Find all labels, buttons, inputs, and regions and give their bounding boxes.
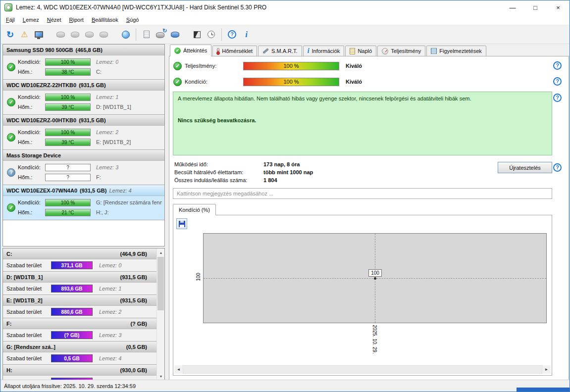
tab-smart[interactable]: S.M.A.R.T. (258, 46, 302, 56)
free-space-label: Szabad terület (6, 332, 51, 338)
disk-2-button[interactable] (68, 27, 82, 42)
chart-tab-condition[interactable]: Kondíció (%) (173, 204, 216, 215)
close-button[interactable]: × (547, 0, 570, 14)
partition-item-0[interactable]: C: (464,9 GB) Szabad terület 371,1 GB Le… (3, 248, 156, 272)
chart-scrollbar[interactable]: ◄ ► (174, 365, 551, 374)
disk-list-item-3[interactable]: Mass Storage Device ? Kondíció: ? Lemez:… (3, 150, 164, 185)
disks-button[interactable] (168, 27, 182, 42)
surface-test-button[interactable] (190, 27, 204, 42)
help-icon[interactable]: ? (553, 77, 562, 86)
partition-item-2[interactable]: E: [WD1TB_2] (931,5 GB) Szabad terület 8… (3, 295, 156, 318)
condition-row: ✓ Kondíció: 100 % Kiváló (173, 77, 362, 87)
temperature-value: 38 °C (61, 69, 74, 75)
scroll-up-icon[interactable]: ▲ (157, 248, 165, 256)
free-space-label: Szabad terület (6, 286, 51, 292)
partition-name: G: [Rendszer szá..] (6, 344, 55, 350)
save-chart-button[interactable] (176, 218, 187, 229)
disk-list-item-4-selected[interactable]: WDC WD10EZEX-07WN4A0 (931,5 GB) Lemez: 4… (3, 185, 164, 220)
tab-log[interactable]: Napló (345, 46, 376, 56)
partition-size: (0,5 GB) (126, 344, 147, 350)
minimize-button[interactable]: — (501, 0, 524, 14)
partition-item-1[interactable]: D: [WD1TB_1] (931,5 GB) Szabad terület 8… (3, 272, 156, 295)
partition-item-3[interactable]: F: (? GB) Szabad terület (? GB) Lemez: 3 (3, 318, 156, 342)
free-space-label: Szabad terület (6, 309, 51, 315)
disk-icon (56, 32, 65, 38)
retest-button[interactable]: Újratesztelés (498, 162, 552, 173)
temperature-label: Hőm.: (18, 139, 45, 145)
condition-bar: 100 % (45, 94, 91, 101)
tab-performance[interactable]: Teljesítmény (377, 46, 425, 56)
scrollbar-thumb[interactable] (157, 257, 164, 310)
disk-list: Samsung SSD 980 500GB (465,8 GB) ✓ Kondí… (2, 44, 165, 246)
disk-header: WDC WD10EZEX-07WN4A0 (931,5 GB) Lemez: 4 (3, 185, 164, 196)
partition-item-5[interactable]: H: (930,0 GB) Szabad terület 930,0 GB (3, 365, 156, 380)
condition-bar: 100 % (45, 129, 91, 136)
stat-value: 1 804 (263, 177, 277, 183)
status-ok-icon: ✓ (7, 203, 15, 212)
clock-button[interactable] (204, 27, 218, 42)
status-bar: Állapot utoljára frissítve: 2025. 10. 29… (0, 380, 570, 392)
partition-item-4[interactable]: G: [Rendszer szá..] (0,5 GB) Szabad terü… (3, 342, 156, 365)
drive-letters: F: (96, 174, 101, 180)
tab-temperature[interactable]: Hőmérséklet (212, 46, 257, 56)
menu-help[interactable]: Súgó (122, 14, 143, 25)
disk-list-item-1[interactable]: WDC WD10EZRZ-22HTKB0 (931,5 GB) ✓ Kondíc… (3, 80, 164, 115)
report-button[interactable] (139, 27, 154, 42)
surface-warning-button[interactable]: ⚠ (17, 27, 32, 42)
display-button[interactable] (32, 27, 46, 42)
menu-disk[interactable]: Lemez (19, 14, 43, 25)
comment-input[interactable] (173, 188, 552, 199)
partition-body: Szabad terület 371,1 GB Lemez: 0 (3, 259, 156, 272)
temperature-label: Hőm.: (18, 209, 45, 215)
condition-label: Kondíció: (18, 94, 45, 100)
disk-index-label: Lemez: 0 (96, 59, 118, 65)
tab-label: Figyelmeztetések (439, 48, 482, 54)
disk-header: Samsung SSD 980 500GB (465,8 GB) (3, 45, 164, 55)
scroll-down-icon[interactable]: ▼ (157, 372, 165, 380)
disk-size: (931,5 GB) (80, 188, 106, 194)
disk-list-item-0[interactable]: Samsung SSD 980 500GB (465,8 GB) ✓ Kondí… (3, 45, 164, 80)
tab-information[interactable]: i Információk (303, 46, 345, 56)
scrollbar-track[interactable] (183, 365, 542, 374)
menu-report[interactable]: Riport (65, 14, 88, 25)
partition-name: C: (6, 251, 12, 257)
tab-label: Áttekintés (183, 48, 207, 53)
health-status-box: A merevlemez állapota hibátlan. Nem talá… (173, 92, 552, 155)
menu-settings[interactable]: Beállítások (88, 14, 122, 25)
drive-letters: G: [Rendszer számára fenn (96, 199, 162, 205)
disk-list-item-2[interactable]: WDC WD10EZRZ-00HTKB0 (931,5 GB) ✓ Kondíc… (3, 115, 164, 150)
disk-4-button[interactable] (97, 27, 111, 42)
refresh-button[interactable]: ↻ (3, 27, 17, 42)
disk-refresh-icon: ↻ (156, 31, 166, 39)
menu-file[interactable]: Fájl (2, 14, 19, 25)
main-area: ✓ Áttekintés Hőmérséklet S.M.A.R.T. i In… (169, 44, 569, 381)
free-space-bar: (? GB) (51, 331, 93, 339)
help-icon[interactable]: ? (553, 61, 562, 70)
disk-3-button[interactable] (82, 27, 97, 42)
toolbar-separator (221, 28, 222, 41)
help-button[interactable]: ? (225, 27, 239, 42)
tab-alerts[interactable]: Figyelmeztetések (426, 46, 486, 56)
help-icon[interactable]: ? (553, 163, 562, 172)
maximize-button[interactable]: □ (524, 0, 547, 14)
x-axis-tick: 2025. 10. 29. (372, 320, 377, 359)
free-space-value: 893,6 GB (61, 286, 83, 292)
scroll-left-icon[interactable]: ◄ (174, 365, 183, 374)
partition-scrollbar[interactable]: ▲ ▼ (156, 248, 164, 380)
menu-view[interactable]: Nézet (43, 14, 65, 25)
disk-icon (71, 32, 79, 38)
disk-1-button[interactable] (53, 27, 68, 42)
document-icon (144, 31, 150, 38)
scroll-right-icon[interactable]: ► (542, 365, 551, 374)
info-button[interactable]: i (239, 27, 254, 42)
temperature-bar: 39 °C (45, 103, 91, 111)
app-window: Lemez: 4, WDC WD10EZEX-07WN4A0 [WD-WCC6Y… (0, 0, 570, 392)
condition-bar: 100 % (45, 58, 91, 66)
toolbar-separator (136, 28, 136, 41)
condition-label: Kondíció: (18, 59, 45, 65)
tab-overview[interactable]: ✓ Áttekintés (170, 45, 211, 56)
disk-refresh-button[interactable]: ↻ (154, 27, 168, 42)
help-icon[interactable]: ? (553, 94, 562, 102)
internet-button[interactable] (118, 27, 133, 42)
disk-size: (931,5 GB) (79, 117, 105, 123)
